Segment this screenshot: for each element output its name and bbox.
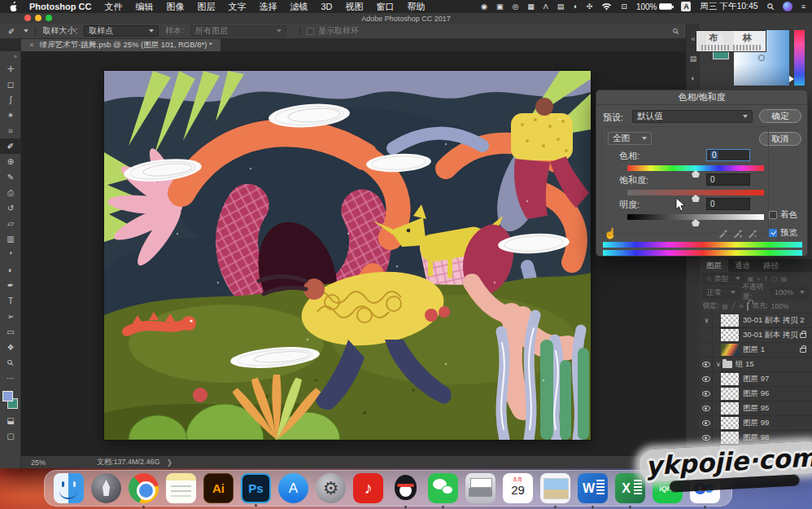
gradient-tool[interactable]: ▥ — [0, 231, 21, 247]
blend-mode-dropdown[interactable]: 正常 — [703, 287, 740, 298]
menu-item-type[interactable]: 文字 — [228, 1, 246, 13]
group-expand-icon[interactable]: ∨ — [716, 361, 721, 368]
status-chevron-icon[interactable]: ❯ — [167, 459, 173, 467]
menu-item-help[interactable]: 帮助 — [407, 1, 425, 13]
zoom-tool[interactable]: ⚲ — [0, 355, 21, 371]
dock-icon-chrome[interactable] — [129, 473, 159, 503]
screen-mode-button[interactable]: ▢ — [0, 428, 21, 444]
layer-filter-dropdown[interactable]: ⚲ 类型 — [703, 274, 744, 284]
layer-row[interactable]: 图层 97 — [700, 372, 812, 387]
hue-slider[interactable] — [627, 165, 764, 171]
layer-row[interactable]: 图层 99 — [700, 416, 812, 431]
collapse-panels-icon[interactable]: « — [691, 35, 695, 43]
hand-tool[interactable]: ❖ — [0, 340, 21, 355]
filter-adjust-icon[interactable]: ◐ — [757, 275, 761, 283]
lightness-slider[interactable] — [627, 214, 764, 220]
dock-icon-netease-music[interactable]: ♪ — [353, 473, 383, 503]
filter-shape-icon[interactable]: ▢ — [771, 275, 778, 283]
record-icon[interactable]: ◉ — [481, 0, 487, 13]
dock-icon-finder[interactable] — [54, 473, 84, 503]
eyedropper-plus-icon[interactable] — [733, 228, 742, 238]
input-source-icon[interactable]: A — [681, 2, 691, 11]
blur-tool[interactable]: ❛ — [0, 247, 21, 262]
opacity-value[interactable]: 100% — [771, 287, 809, 298]
dock-icon-photoshop[interactable]: Ps — [241, 473, 271, 503]
tab-channels[interactable]: 通道 — [728, 259, 757, 272]
mountain-icon[interactable]: Ʌ — [544, 0, 548, 13]
menu-item-select[interactable]: 选择 — [259, 1, 277, 13]
spot-healing-tool[interactable]: ⊕ — [0, 154, 21, 169]
sample-size-dropdown[interactable]: 取样点 — [84, 25, 159, 37]
quick-selection-tool[interactable]: ✶ — [0, 108, 21, 123]
channel-scope-dropdown[interactable]: 全图 — [608, 132, 652, 145]
spotlight-icon[interactable]: ⚲ — [763, 0, 777, 14]
shape-tool[interactable]: ▭ — [0, 324, 21, 340]
visibility-toggle[interactable] — [700, 358, 713, 372]
current-tool-icon[interactable]: ✐ — [8, 27, 15, 36]
layer-thumbnail[interactable] — [721, 402, 739, 415]
color-swatches[interactable] — [0, 388, 21, 413]
dock-icon-illustrator[interactable]: Ai — [203, 473, 234, 503]
lock-all-icon[interactable] — [747, 303, 749, 310]
history-brush-tool[interactable]: ↺ — [0, 200, 21, 216]
visibility-toggle[interactable] — [700, 401, 713, 416]
dock-icon-qq[interactable] — [391, 473, 421, 503]
layer-row[interactable]: 图层 95 — [700, 401, 812, 416]
zoom-window-button[interactable] — [46, 15, 52, 21]
menu-item-layer[interactable]: 图层 — [197, 1, 215, 13]
artwork-canvas[interactable] — [104, 71, 591, 440]
preview-option[interactable]: 预览 — [769, 227, 797, 239]
colorize-option[interactable]: 着色 — [769, 209, 797, 221]
marquee-tool[interactable]: ◻ — [0, 77, 21, 92]
hue-value-input[interactable]: 0 — [706, 149, 750, 161]
type-tool[interactable]: T — [0, 293, 21, 309]
filter-pixel-icon[interactable]: ▣ — [748, 275, 754, 283]
preview-checkbox[interactable] — [769, 229, 777, 237]
document-tab[interactable]: × 绿岸艺术节-跳舞.psb @ 25% (图层 101, RGB/8*) * — [21, 39, 220, 51]
layer-thumbnail[interactable] — [721, 373, 739, 385]
close-tab-icon[interactable]: × — [29, 41, 34, 50]
eyedropper-minus-icon[interactable] — [748, 228, 757, 238]
tab-layers[interactable]: 图层 — [700, 259, 728, 272]
foreground-color-swatch[interactable] — [2, 391, 13, 401]
close-window-button[interactable] — [24, 15, 31, 21]
minimize-window-button[interactable] — [35, 15, 41, 21]
dock-icon-photos[interactable] — [540, 473, 570, 503]
lasso-tool[interactable]: ʃ — [0, 92, 21, 108]
search-icon[interactable]: ⚲ — [670, 26, 681, 37]
filter-smart-icon[interactable]: ▦ — [781, 275, 788, 283]
siri-icon[interactable] — [783, 2, 792, 11]
layer-thumbnail[interactable] — [721, 314, 739, 327]
lock-transparent-icon[interactable]: ▦ — [722, 303, 728, 310]
display-lock-icon[interactable]: ▣ — [496, 0, 504, 13]
visibility-toggle[interactable] — [700, 387, 713, 401]
airplay-icon[interactable]: ⊡ — [621, 0, 627, 13]
tab-paths[interactable]: 路径 — [757, 259, 785, 272]
hue-strip[interactable] — [794, 30, 805, 86]
dock-icon-word[interactable]: W — [578, 473, 608, 503]
visibility-toggle[interactable] — [700, 343, 713, 358]
eraser-tool[interactable]: ▱ — [0, 216, 21, 231]
lock-position-icon[interactable]: ✛ — [739, 303, 744, 310]
lock-image-icon[interactable]: ╱ — [731, 303, 736, 310]
keystroke-circle-icon[interactable]: ◎ — [512, 0, 518, 13]
lightness-value-input[interactable]: 0 — [706, 198, 750, 210]
eyedropper-icon[interactable] — [718, 228, 727, 238]
dock-icon-wechat[interactable] — [428, 473, 458, 503]
apple-menu[interactable] — [10, 2, 18, 11]
chat-bubbles-icon[interactable]: ◗ — [573, 0, 577, 13]
menu-item-view[interactable]: 视图 — [345, 1, 363, 13]
eyedropper-tool[interactable]: ✐ — [0, 138, 21, 154]
brush-tool[interactable]: ✎ — [0, 169, 21, 185]
edit-toolbar-button[interactable]: ⋯ — [0, 371, 21, 386]
filter-type-icon[interactable]: T — [764, 275, 768, 283]
menu-clock[interactable]: 周三 下午10:45 — [700, 1, 757, 12]
fan-icon[interactable]: ✣ — [587, 0, 593, 13]
dock-icon-launchpad[interactable] — [91, 473, 121, 503]
wifi-icon[interactable] — [601, 2, 612, 11]
menu-item-edit[interactable]: 编辑 — [135, 1, 153, 13]
chevron-down-icon[interactable] — [24, 29, 28, 33]
dock-icon-notes[interactable] — [166, 473, 196, 503]
clone-stamp-tool[interactable]: ⎙ — [0, 185, 21, 200]
menu-item-3d[interactable]: 3D — [321, 2, 332, 11]
